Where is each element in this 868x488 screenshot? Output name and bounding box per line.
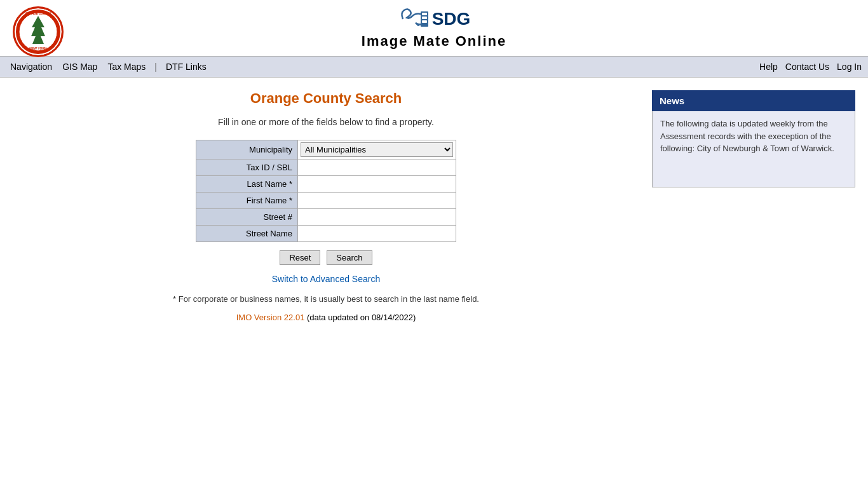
news-header: News: [652, 90, 855, 111]
municipality-label: Municipality: [196, 140, 298, 159]
nav-navigation[interactable]: Navigation: [6, 60, 56, 73]
first-name-cell: [298, 193, 456, 209]
version-link[interactable]: IMO Version 22.01: [236, 313, 305, 322]
version-extra: (data updated on 08/14/2022): [304, 313, 416, 322]
street-num-label: Street #: [196, 209, 298, 226]
sdg-text: SDG: [432, 9, 471, 29]
orange-county-logo: NEW YORK ORANGE COUNTY: [13, 6, 64, 57]
nav-contact-us[interactable]: Contact Us: [785, 62, 829, 72]
search-form: Municipality All Municipalities Tax ID /…: [196, 140, 456, 242]
first-name-row: First Name *: [196, 193, 456, 209]
street-num-cell: [298, 209, 456, 226]
main-content: Orange County Search Fill in one or more…: [0, 78, 868, 335]
municipality-select[interactable]: All Municipalities: [301, 142, 453, 157]
nav-gis-map[interactable]: GIS Map: [58, 60, 101, 73]
last-name-cell: [298, 176, 456, 193]
version-info: IMO Version 22.01 (data updated on 08/14…: [13, 313, 639, 322]
site-title: Image Mate Online: [362, 33, 506, 50]
sdg-logo: SDG: [362, 6, 506, 32]
page-header: NEW YORK ORANGE COUNTY SDG Image Mate On…: [0, 0, 868, 56]
news-body: The following data is updated weekly fro…: [652, 111, 855, 187]
county-seal-svg: NEW YORK ORANGE COUNTY: [15, 8, 62, 55]
svg-rect-8: [422, 20, 427, 23]
form-table: Municipality All Municipalities Tax ID /…: [196, 140, 456, 242]
street-name-row: Street Name: [196, 226, 456, 242]
nav-log-in[interactable]: Log In: [837, 62, 862, 72]
form-buttons: Reset Search: [13, 250, 639, 265]
search-content: Orange County Search Fill in one or more…: [13, 90, 639, 322]
street-name-label: Street Name: [196, 226, 298, 242]
search-subtitle: Fill in one or more of the fields below …: [13, 117, 639, 127]
municipality-row: Municipality All Municipalities: [196, 140, 456, 159]
municipality-cell: All Municipalities: [298, 140, 456, 159]
svg-rect-7: [422, 17, 427, 19]
tax-id-input[interactable]: [301, 161, 453, 173]
last-name-label: Last Name *: [196, 176, 298, 193]
last-name-input[interactable]: [301, 178, 453, 190]
reset-button[interactable]: Reset: [280, 250, 320, 265]
tax-id-cell: [298, 159, 456, 176]
tax-id-row: Tax ID / SBL: [196, 159, 456, 176]
page-title: Orange County Search: [13, 90, 639, 107]
last-name-row: Last Name *: [196, 176, 456, 193]
advanced-search-link[interactable]: Switch to Advanced Search: [272, 274, 380, 284]
nav-help[interactable]: Help: [759, 62, 778, 72]
svg-text:NEW YORK: NEW YORK: [29, 46, 47, 50]
advanced-search-link-container: Switch to Advanced Search: [13, 274, 639, 284]
tax-id-label: Tax ID / SBL: [196, 159, 298, 176]
first-name-label: First Name *: [196, 193, 298, 209]
street-num-row: Street #: [196, 209, 456, 226]
street-name-cell: [298, 226, 456, 242]
news-panel: News The following data is updated weekl…: [652, 90, 855, 322]
nav-dtf-links[interactable]: DTF Links: [162, 60, 210, 73]
county-logo-container: NEW YORK ORANGE COUNTY: [13, 6, 64, 57]
svg-rect-6: [422, 13, 427, 15]
navbar: Navigation GIS Map Tax Maps | DTF Links …: [0, 56, 868, 78]
sdg-icon: [398, 6, 430, 32]
first-name-input[interactable]: [301, 194, 453, 207]
search-button[interactable]: Search: [327, 250, 372, 265]
navbar-right: Help Contact Us Log In: [759, 62, 862, 72]
street-num-input[interactable]: [301, 211, 453, 223]
footer-note: * For corporate or business names, it is…: [13, 294, 639, 304]
nav-divider: |: [152, 62, 159, 72]
svg-text:ORANGE COUNTY: ORANGE COUNTY: [25, 12, 51, 15]
header-center: SDG Image Mate Online: [362, 6, 506, 50]
navbar-left: Navigation GIS Map Tax Maps | DTF Links: [6, 60, 210, 73]
nav-tax-maps[interactable]: Tax Maps: [104, 60, 149, 73]
street-name-input[interactable]: [301, 227, 453, 240]
